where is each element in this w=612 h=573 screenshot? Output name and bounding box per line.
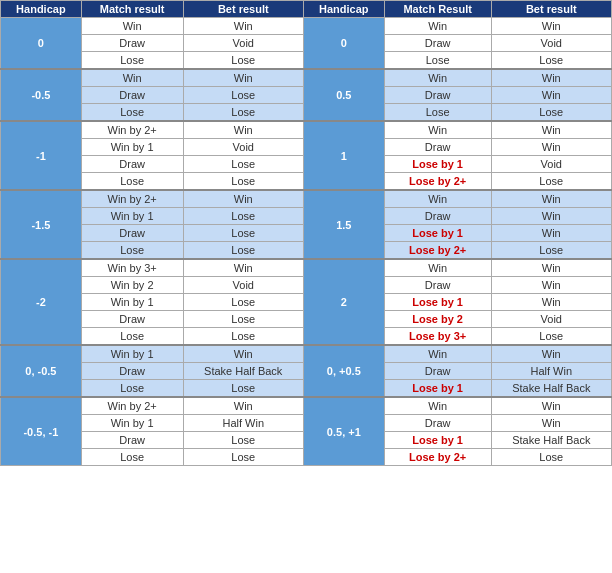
match-result-right: Draw — [384, 363, 491, 380]
bet-result-right: Void — [491, 311, 611, 328]
bet-result-right: Lose — [491, 52, 611, 70]
handicap-left: -0.5 — [1, 69, 82, 121]
bet-result-right: Win — [491, 87, 611, 104]
match-result-right: Draw — [384, 139, 491, 156]
bet-result-right: Win — [491, 225, 611, 242]
match-result-left: Lose — [81, 242, 183, 260]
match-result-left: Lose — [81, 52, 183, 70]
table-row: 0WinWin0WinWin — [1, 18, 612, 35]
match-result-left: Draw — [81, 156, 183, 173]
bet-result-right: Win — [491, 139, 611, 156]
match-result-right: Draw — [384, 415, 491, 432]
match-result-right: Lose by 2 — [384, 311, 491, 328]
handicap-right: 0.5, +1 — [303, 397, 384, 466]
handicap-right: 0.5 — [303, 69, 384, 121]
bet-result-left: Half Win — [183, 415, 303, 432]
match-result-right: Lose by 1 — [384, 432, 491, 449]
match-result-right: Lose by 1 — [384, 225, 491, 242]
match-result-left: Win by 2+ — [81, 190, 183, 208]
match-result-left: Draw — [81, 225, 183, 242]
bet-result-right: Win — [491, 259, 611, 277]
bet-result-right: Win — [491, 345, 611, 363]
match-result-right: Win — [384, 18, 491, 35]
match-result-left: Lose — [81, 173, 183, 191]
match-result-left: Win by 1 — [81, 415, 183, 432]
handicap-right: 0 — [303, 18, 384, 70]
bet-result-left: Lose — [183, 208, 303, 225]
bet-result-right: Win — [491, 277, 611, 294]
handicap-right: 2 — [303, 259, 384, 345]
bet-result-right: Half Win — [491, 363, 611, 380]
match-result-right: Draw — [384, 277, 491, 294]
bet-result-right: Win — [491, 397, 611, 415]
col-header-match-result-right: Match Result — [384, 1, 491, 18]
handicap-table: Handicap Match result Bet result Handica… — [0, 0, 612, 466]
match-result-left: Win — [81, 69, 183, 87]
match-result-left: Draw — [81, 87, 183, 104]
bet-result-left: Lose — [183, 242, 303, 260]
match-result-left: Win by 2+ — [81, 121, 183, 139]
table-row: -1.5Win by 2+Win1.5WinWin — [1, 190, 612, 208]
bet-result-left: Win — [183, 18, 303, 35]
bet-result-right: Win — [491, 69, 611, 87]
match-result-right: Lose by 3+ — [384, 328, 491, 346]
bet-result-left: Win — [183, 345, 303, 363]
match-result-left: Lose — [81, 449, 183, 466]
handicap-left: -2 — [1, 259, 82, 345]
match-result-right: Win — [384, 397, 491, 415]
match-result-right: Lose — [384, 104, 491, 122]
bet-result-right: Void — [491, 35, 611, 52]
handicap-right: 1 — [303, 121, 384, 190]
bet-result-left: Win — [183, 69, 303, 87]
bet-result-left: Lose — [183, 380, 303, 398]
match-result-right: Win — [384, 345, 491, 363]
bet-result-right: Win — [491, 18, 611, 35]
bet-result-left: Stake Half Back — [183, 363, 303, 380]
table-row: -0.5WinWin0.5WinWin — [1, 69, 612, 87]
match-result-left: Win by 1 — [81, 294, 183, 311]
match-result-left: Win by 1 — [81, 208, 183, 225]
match-result-right: Lose by 2+ — [384, 173, 491, 191]
bet-result-left: Lose — [183, 328, 303, 346]
bet-result-left: Lose — [183, 156, 303, 173]
match-result-right: Lose by 1 — [384, 380, 491, 398]
bet-result-left: Lose — [183, 432, 303, 449]
handicap-right: 1.5 — [303, 190, 384, 259]
match-result-left: Draw — [81, 311, 183, 328]
bet-result-right: Win — [491, 415, 611, 432]
match-result-left: Win by 1 — [81, 139, 183, 156]
match-result-right: Lose by 1 — [384, 294, 491, 311]
match-result-right: Draw — [384, 208, 491, 225]
match-result-right: Win — [384, 190, 491, 208]
bet-result-left: Win — [183, 190, 303, 208]
handicap-left: -1.5 — [1, 190, 82, 259]
handicap-left: -1 — [1, 121, 82, 190]
bet-result-left: Void — [183, 277, 303, 294]
match-result-right: Lose by 2+ — [384, 242, 491, 260]
match-result-right: Draw — [384, 87, 491, 104]
bet-result-right: Lose — [491, 242, 611, 260]
match-result-left: Draw — [81, 432, 183, 449]
bet-result-left: Win — [183, 259, 303, 277]
bet-result-left: Lose — [183, 225, 303, 242]
match-result-left: Win by 1 — [81, 345, 183, 363]
bet-result-right: Stake Half Back — [491, 380, 611, 398]
bet-result-right: Lose — [491, 449, 611, 466]
bet-result-left: Win — [183, 397, 303, 415]
col-header-match-result-left: Match result — [81, 1, 183, 18]
bet-result-left: Lose — [183, 52, 303, 70]
bet-result-left: Win — [183, 121, 303, 139]
bet-result-right: Lose — [491, 328, 611, 346]
handicap-left: 0 — [1, 18, 82, 70]
bet-result-right: Win — [491, 294, 611, 311]
bet-result-left: Lose — [183, 87, 303, 104]
match-result-left: Lose — [81, 104, 183, 122]
handicap-right: 0, +0.5 — [303, 345, 384, 397]
match-result-right: Lose — [384, 52, 491, 70]
handicap-left: -0.5, -1 — [1, 397, 82, 466]
match-result-left: Draw — [81, 35, 183, 52]
bet-result-left: Void — [183, 139, 303, 156]
match-result-left: Win — [81, 18, 183, 35]
table-row: 0, -0.5Win by 1Win0, +0.5WinWin — [1, 345, 612, 363]
bet-result-left: Lose — [183, 104, 303, 122]
